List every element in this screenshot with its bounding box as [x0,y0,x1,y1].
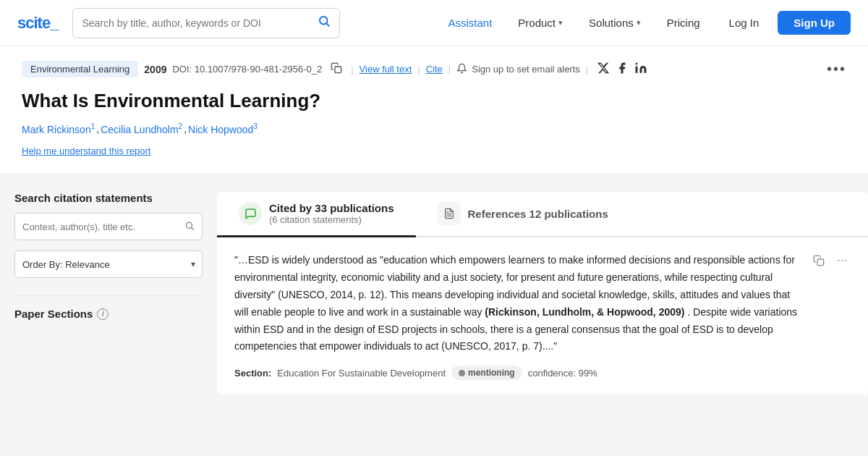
section-label: Section: [234,368,271,379]
document-icon [438,202,461,225]
tab-references-main: References 12 publications [468,208,608,220]
nav-item-pricing[interactable]: Pricing [657,11,710,35]
chevron-down-icon: ▾ [637,18,641,28]
citations-panel: Cited by 33 publications (6 citation sta… [217,192,868,395]
view-full-text-link[interactable]: View full text [359,64,412,75]
nav-item-assistant[interactable]: Assistant [438,11,502,35]
bell-icon [456,63,467,76]
svg-rect-10 [817,259,824,266]
order-by-wrapper: Order By: RelevanceDateAuthor ▾ [14,250,203,278]
tab-cited-by-sub: (6 citation statements) [269,214,394,225]
linkedin-icon[interactable] [634,62,647,77]
citation-search-icon [184,221,195,233]
divider: | [417,64,420,75]
svg-point-9 [459,370,465,376]
divider: | [351,64,353,75]
help-understand-link[interactable]: Help me understand this report [22,145,150,156]
main-content: Search citation statements Order By: Rel… [0,174,868,395]
more-card-options-button[interactable] [833,252,851,272]
search-input[interactable] [82,17,318,29]
svg-point-11 [838,260,839,261]
section-value: Education For Sustainable Development [277,368,446,379]
order-by-select[interactable]: Order By: RelevanceDateAuthor [14,250,203,278]
signup-button[interactable]: Sign Up [778,11,851,35]
tab-cited-by[interactable]: Cited by 33 publications (6 citation sta… [217,192,416,237]
confidence-text: confidence: 99% [528,368,597,379]
citation-reference: (Rickinson, Lundholm, & Hopwood, 2009) [485,306,684,318]
header: scite_ Assistant Product ▾ Solutions ▾ P… [0,0,868,46]
svg-point-12 [841,260,843,261]
nav-item-solutions[interactable]: Solutions ▾ [579,11,651,35]
author-1-link[interactable]: Mark Rickinson1 [22,122,95,135]
copy-citation-button[interactable] [810,252,827,272]
svg-point-13 [845,260,846,261]
sidebar-divider [14,295,203,296]
author-2-link[interactable]: Cecilia Lundholm2 [101,122,182,135]
card-text-wrapper: "…ESD is widely understood as "education… [234,252,804,380]
paper-sections-title: Paper Sections i [14,308,203,320]
alert-text: Sign up to set email alerts [472,64,580,75]
citation-search-input[interactable] [22,221,184,232]
citation-search-container [14,213,203,240]
citation-text: "…ESD is widely understood as "education… [234,252,804,355]
social-icons [597,62,647,77]
tabs-row: Cited by 33 publications (6 citation sta… [217,192,868,237]
sidebar: Search citation statements Order By: Rel… [0,192,217,395]
chat-bubble-icon [239,202,262,225]
author-3-link[interactable]: Nick Hopwood3 [188,122,258,135]
paper-header: Environmental Learning 2009 DOI: 10.1007… [0,46,868,174]
more-options-button[interactable]: ••• [827,61,846,77]
search-citations-title: Search citation statements [14,192,203,204]
card-actions [810,252,851,272]
chevron-down-icon: ▾ [558,18,563,28]
logo: scite_ [17,14,58,33]
card-top-row: "…ESD is widely understood as "education… [234,252,851,380]
authors-row: Mark Rickinson1 , Cecilia Lundholm2 , Ni… [22,122,846,135]
alert-row: Sign up to set email alerts [456,63,580,76]
login-button[interactable]: Log In [716,11,773,35]
svg-line-1 [327,23,329,25]
paper-year: 2009 [144,64,166,75]
cite-button[interactable]: Cite [426,64,443,75]
divider: | [448,64,451,75]
paper-meta-row: Environmental Learning 2009 DOI: 10.1007… [22,61,846,77]
search-button[interactable] [318,14,331,31]
svg-point-4 [636,62,638,64]
copy-doi-button[interactable] [328,62,345,76]
mentioning-badge: mentioning [451,366,522,380]
citation-card: "…ESD is widely understood as "education… [217,237,868,395]
info-icon[interactable]: i [97,308,109,320]
divider: | [586,64,588,75]
svg-rect-3 [636,66,638,72]
facebook-icon[interactable] [616,62,629,77]
paper-doi: DOI: 10.1007/978-90-481-2956-0_2 [172,64,322,75]
search-bar [72,8,340,38]
citation-footer: Section: Education For Sustainable Devel… [234,366,804,380]
twitter-icon[interactable] [597,62,610,77]
paper-title: What Is Environmental Learning? [22,89,846,114]
main-nav: Assistant Product ▾ Solutions ▾ Pricing … [438,11,851,35]
nav-item-product[interactable]: Product ▾ [508,11,573,35]
tab-references[interactable]: References 12 publications [416,192,630,237]
svg-rect-2 [335,67,341,73]
tab-cited-by-main: Cited by 33 publications [269,202,394,214]
paper-tag: Environmental Learning [22,61,138,77]
svg-line-6 [192,228,194,230]
